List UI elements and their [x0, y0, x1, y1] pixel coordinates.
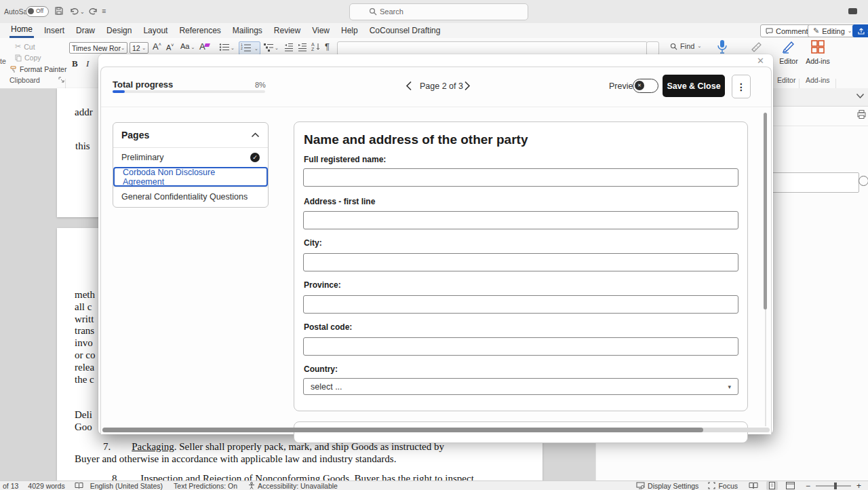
- tab-layout[interactable]: Layout: [142, 24, 169, 37]
- dialog-vertical-scrollbar-thumb[interactable]: [764, 113, 767, 309]
- shrink-font-button[interactable]: A˅: [166, 43, 174, 52]
- tab-home[interactable]: Home: [9, 23, 34, 38]
- zoom-slider[interactable]: [816, 485, 851, 487]
- clear-formatting-button[interactable]: A: [199, 41, 205, 52]
- pencil-icon: ✎: [813, 26, 819, 35]
- editing-mode-button[interactable]: ✎ Editing ⌄: [808, 24, 858, 37]
- tab-mailings[interactable]: Mailings: [231, 24, 264, 37]
- language-status[interactable]: English (United States): [90, 482, 163, 490]
- undo-caret-icon[interactable]: ⌄: [80, 9, 85, 15]
- title-bar: AutoSave Off ⌄ ≡ Search: [0, 0, 868, 23]
- autosave-toggle[interactable]: Off: [26, 6, 49, 17]
- change-case-button[interactable]: Aa ⌄: [180, 42, 195, 50]
- chevron-up-icon[interactable]: [251, 132, 260, 138]
- clipboard-dialog-launcher-icon[interactable]: [58, 77, 64, 83]
- quick-access-menu-icon[interactable]: ≡: [102, 7, 106, 15]
- more-options-button[interactable]: ⋮: [732, 75, 751, 98]
- province-input[interactable]: [303, 295, 738, 314]
- zoom-slider-thumb[interactable]: [834, 483, 837, 489]
- zoom-out-button[interactable]: −: [806, 481, 810, 490]
- tab-cocounsel-drafting[interactable]: CoCounsel Drafting: [368, 24, 442, 37]
- field-label-country: Country:: [304, 364, 338, 374]
- page-number-status[interactable]: of 13: [3, 482, 18, 490]
- page-item-preliminary[interactable]: Preliminary ✓: [113, 147, 268, 167]
- tab-help[interactable]: Help: [340, 24, 359, 37]
- proofing-icon[interactable]: [75, 482, 83, 489]
- paste-button-fragment[interactable]: te: [0, 57, 6, 65]
- share-button[interactable]: Share: [852, 24, 868, 37]
- chevron-down-icon: ⌄: [121, 45, 125, 51]
- sort-button[interactable]: AZ: [311, 42, 321, 52]
- styles-gallery[interactable]: [337, 41, 648, 56]
- tab-references[interactable]: References: [178, 24, 222, 37]
- printer-icon[interactable]: [856, 109, 867, 119]
- full-registered-name-input[interactable]: [303, 168, 738, 187]
- save-and-close-button[interactable]: Save & Close: [663, 75, 725, 97]
- decrease-indent-button[interactable]: [284, 43, 294, 52]
- divider: [101, 107, 771, 107]
- read-mode-view-icon[interactable]: [749, 482, 758, 489]
- next-form-card-partial: [294, 421, 748, 443]
- copy-button[interactable]: Copy: [15, 54, 41, 62]
- grow-font-button[interactable]: A˄: [153, 41, 161, 52]
- text-predictions-status[interactable]: Text Predictions: On: [174, 482, 237, 490]
- svg-text:Z: Z: [311, 47, 315, 52]
- sensitivity-icon[interactable]: [750, 41, 764, 53]
- page-previous-button[interactable]: [406, 81, 412, 91]
- search-box[interactable]: Search: [349, 3, 528, 20]
- bold-button[interactable]: B: [72, 58, 78, 69]
- tab-review[interactable]: Review: [273, 24, 302, 37]
- cut-button[interactable]: ✂ Cut: [15, 42, 35, 51]
- page-item-corboda-nda[interactable]: Corboda Non Disclosure Agreement: [113, 167, 268, 187]
- editor-button[interactable]: Editor: [776, 39, 802, 67]
- pages-panel-title: Pages: [121, 130, 149, 140]
- country-select[interactable]: select ... ▾: [303, 378, 738, 395]
- field-label-postal-code: Postal code:: [304, 322, 352, 332]
- field-label-city: City:: [304, 238, 322, 248]
- dictate-microphone-icon[interactable]: [717, 39, 728, 54]
- italic-button[interactable]: I: [86, 58, 89, 69]
- pilcrow-button[interactable]: ¶: [325, 41, 330, 52]
- page-item-general-confidentiality[interactable]: General Confidentiality Questions: [113, 187, 268, 206]
- find-button[interactable]: Find ⌄: [670, 42, 701, 50]
- tab-draw[interactable]: Draw: [75, 24, 96, 37]
- pages-panel-header[interactable]: Pages: [113, 123, 268, 147]
- bullets-button[interactable]: ⌄: [219, 43, 234, 52]
- focus-mode-button[interactable]: Focus: [718, 482, 738, 490]
- display-settings-icon: [636, 482, 645, 489]
- dialog-horizontal-scrollbar-thumb[interactable]: [102, 428, 703, 432]
- preview-toggle[interactable]: ✕: [633, 79, 658, 93]
- web-layout-view-icon[interactable]: [786, 482, 795, 489]
- redo-icon[interactable]: [89, 6, 98, 16]
- address-first-line-input[interactable]: [303, 211, 738, 229]
- tab-view[interactable]: View: [311, 24, 331, 37]
- titlebar-control[interactable]: [848, 8, 857, 14]
- numbering-button[interactable]: 12⌄: [239, 41, 260, 55]
- multilevel-list-button[interactable]: ⌄: [263, 43, 278, 52]
- undo-icon[interactable]: [69, 6, 79, 16]
- dialog-close-icon[interactable]: ✕: [757, 56, 764, 66]
- cocounsel-drafting-dialog: ✕ Total progress 8% Page 2 of 3 Preview …: [98, 54, 773, 434]
- pane-circle-icon[interactable]: [859, 176, 868, 186]
- city-input[interactable]: [303, 253, 738, 271]
- word-window: AutoSave Off ⌄ ≡ Search Home Insert Draw…: [0, 0, 868, 490]
- pages-panel: Pages Preliminary ✓ Corboda Non Disclosu…: [113, 122, 269, 208]
- tab-insert[interactable]: Insert: [43, 24, 66, 37]
- scissors-icon: ✂: [15, 42, 21, 51]
- postal-code-input[interactable]: [303, 337, 738, 356]
- word-count-status[interactable]: 4029 words: [28, 482, 64, 490]
- accessibility-status[interactable]: Accessibility: Unavailable: [258, 482, 338, 490]
- tab-design[interactable]: Design: [105, 24, 133, 37]
- increase-indent-button[interactable]: [298, 43, 307, 52]
- page-next-button[interactable]: [464, 81, 471, 91]
- display-settings-button[interactable]: Display Settings: [648, 482, 698, 490]
- save-icon[interactable]: [54, 6, 64, 16]
- add-ins-button[interactable]: Add-ins: [803, 39, 833, 67]
- styles-gallery-more-button[interactable]: [646, 41, 659, 56]
- print-layout-view-icon[interactable]: [766, 481, 778, 490]
- format-painter-button[interactable]: Format Painter: [9, 65, 66, 73]
- font-size-combo[interactable]: 12 ⌄: [130, 42, 149, 54]
- collapse-ribbon-chevron-icon[interactable]: [856, 93, 865, 99]
- zoom-in-button[interactable]: +: [856, 481, 861, 490]
- font-name-combo[interactable]: Times New Roman ⌄: [69, 42, 127, 54]
